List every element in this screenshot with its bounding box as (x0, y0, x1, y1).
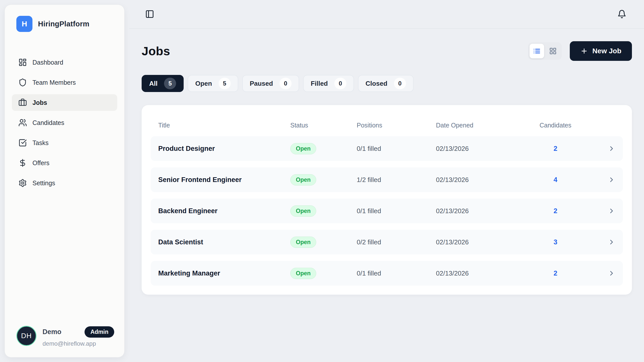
job-title: Backend Engineer (158, 207, 290, 215)
date-opened: 02/13/2026 (436, 207, 536, 215)
plus-icon (580, 47, 588, 55)
positions-filled: 0/1 filled (357, 207, 436, 215)
sidebar-item-label: Settings (32, 179, 55, 187)
sidebar-item[interactable]: Jobs (12, 94, 117, 111)
table-row[interactable]: Marketing Manager Open 0/1 filled 02/13/… (151, 261, 623, 286)
gear-icon (18, 179, 27, 187)
page-content: Jobs New Job All 5 (129, 41, 644, 295)
users-icon (18, 118, 27, 127)
app-logo: H (16, 16, 32, 32)
sidebar-item-label: Candidates (32, 119, 64, 126)
sidebar-item[interactable]: Offers (12, 155, 117, 171)
filter-tab[interactable]: Paused 0 (242, 75, 299, 92)
dollar-icon (18, 159, 27, 167)
grid-view-icon (549, 47, 557, 55)
positions-filled: 0/1 filled (357, 269, 436, 277)
sidebar-item-label: Jobs (32, 99, 47, 106)
panel-left-icon[interactable] (145, 10, 154, 19)
date-opened: 02/13/2026 (436, 238, 536, 246)
sidebar-item-label: Tasks (32, 139, 49, 147)
jobs-table-card: Title Status Positions Date Opened Candi… (142, 105, 632, 295)
filter-count-badge: 5 (219, 78, 231, 89)
sidebar-item-label: Offers (32, 159, 50, 167)
filter-count-badge: 0 (279, 78, 292, 89)
shield-icon (18, 78, 27, 87)
grid-view-button[interactable] (546, 44, 560, 58)
list-view-icon (533, 47, 541, 55)
table-row[interactable]: Data Scientist Open 0/2 filled 02/13/202… (151, 230, 623, 254)
sidebar-item[interactable]: Dashboard (12, 54, 117, 71)
status-badge: Open (290, 205, 316, 217)
sidebar-item-label: Team Members (32, 79, 76, 86)
filter-tab[interactable]: Closed 0 (358, 75, 414, 92)
list-view-button[interactable] (530, 44, 544, 58)
sidebar-item[interactable]: Tasks (12, 134, 117, 151)
candidates-count[interactable]: 2 (536, 145, 575, 153)
date-opened: 02/13/2026 (436, 145, 536, 153)
user-name: Demo (43, 328, 61, 336)
chevron-right-icon[interactable] (608, 145, 615, 152)
new-job-button[interactable]: New Job (570, 41, 632, 61)
chevron-right-icon[interactable] (608, 238, 615, 246)
avatar-initials: DH (21, 332, 32, 340)
user-profile[interactable]: DH Demo Admin demo@hireflow.app (16, 326, 114, 347)
status-badge: Open (290, 237, 316, 248)
candidates-count[interactable]: 2 (536, 207, 575, 215)
date-opened: 02/13/2026 (436, 269, 536, 277)
sidebar: H HiringPlatform Dashboard Team Members … (5, 5, 125, 357)
avatar: DH (16, 326, 36, 346)
page-title: Jobs (142, 44, 170, 58)
role-badge: Admin (85, 326, 114, 338)
new-job-label: New Job (592, 47, 621, 55)
status-badge: Open (290, 174, 316, 186)
date-opened: 02/13/2026 (436, 176, 536, 184)
sidebar-item[interactable]: Candidates (12, 114, 117, 131)
filter-tab[interactable]: Filled 0 (303, 75, 354, 92)
status-filters: All 5 Open 5 Paused 0 Filled 0 Closed 0 (142, 75, 632, 92)
filter-label: All (149, 80, 157, 87)
table-body: Product Designer Open 0/1 filled 02/13/2… (151, 136, 623, 286)
sidebar-item[interactable]: Team Members (12, 74, 117, 91)
candidates-count[interactable]: 2 (536, 269, 575, 277)
table-row[interactable]: Senior Frontend Engineer Open 1/2 filled… (151, 167, 623, 192)
task-check-icon (18, 139, 27, 147)
col-positions: Positions (357, 122, 436, 129)
sidebar-nav: Dashboard Team Members Jobs Candidates T… (12, 54, 117, 191)
candidates-count[interactable]: 4 (536, 176, 575, 184)
bell-icon[interactable] (617, 10, 626, 19)
status-badge: Open (290, 143, 316, 154)
dashboard-icon (18, 58, 27, 67)
user-email: demo@hireflow.app (43, 340, 114, 347)
chevron-right-icon[interactable] (608, 269, 615, 277)
positions-filled: 0/1 filled (357, 145, 436, 153)
chevron-right-icon[interactable] (608, 207, 615, 215)
positions-filled: 1/2 filled (357, 176, 436, 184)
filter-label: Closed (366, 80, 387, 87)
filter-count-badge: 0 (334, 78, 346, 89)
app-logo-letter: H (22, 20, 27, 28)
col-status: Status (290, 122, 357, 129)
job-title: Senior Frontend Engineer (158, 176, 290, 184)
table-row[interactable]: Product Designer Open 0/1 filled 02/13/2… (151, 136, 623, 161)
col-candidates: Candidates (536, 122, 575, 129)
col-title: Title (158, 122, 290, 129)
sidebar-item[interactable]: Settings (12, 175, 117, 191)
app-name: HiringPlatform (38, 20, 89, 28)
filter-label: Open (195, 80, 212, 87)
filter-label: Paused (250, 80, 273, 87)
chevron-right-icon[interactable] (608, 176, 615, 184)
candidates-count[interactable]: 3 (536, 238, 575, 246)
filter-count-badge: 5 (164, 78, 176, 89)
status-badge: Open (290, 268, 316, 279)
user-profile-details: Demo Admin demo@hireflow.app (43, 326, 114, 347)
table-header: Title Status Positions Date Opened Candi… (151, 114, 623, 136)
filter-tab[interactable]: Open 5 (188, 75, 238, 92)
sidebar-item-label: Dashboard (32, 59, 63, 66)
main-area: Jobs New Job All 5 (129, 0, 644, 362)
table-row[interactable]: Backend Engineer Open 0/1 filled 02/13/2… (151, 199, 623, 223)
filter-tab[interactable]: All 5 (142, 75, 184, 92)
app-brand: H HiringPlatform (12, 16, 117, 32)
filter-count-badge: 0 (394, 78, 406, 89)
job-title: Marketing Manager (158, 269, 290, 277)
job-title: Data Scientist (158, 238, 290, 246)
